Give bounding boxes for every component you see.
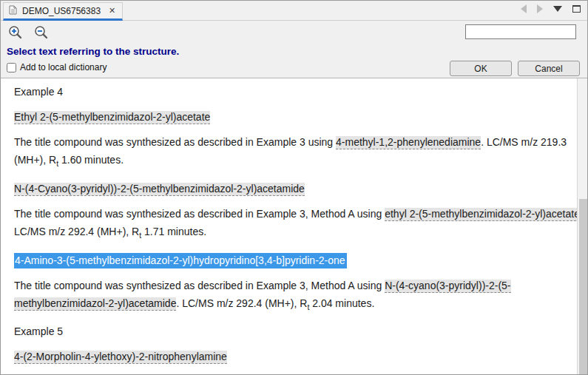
zoom-in-button[interactable] [7, 24, 24, 41]
prompt-text: Select text referring to the structure. [7, 46, 179, 57]
text-segment[interactable]: LC/MS m/z 292.4 (MH+), R [14, 226, 139, 237]
zoom-out-button[interactable] [33, 24, 50, 41]
entity-highlight[interactable]: ethyl 2-(5-methylbenzimidazol-2-yl)aceta… [385, 208, 577, 221]
add-to-dictionary-checkbox[interactable] [7, 63, 16, 72]
entity-highlight[interactable]: N-(4-cyano(3-pyridyl))-2-(5- [385, 280, 510, 293]
forward-arrow-icon[interactable] [537, 4, 543, 13]
text-segment[interactable]: The title compound was synthesized as de… [14, 280, 385, 291]
text-segment[interactable]: 1.60 minutes. [58, 154, 124, 166]
tab-title: DEMO_US6756383 [22, 6, 101, 16]
text-segment[interactable]: Example 5 [14, 325, 63, 337]
vertical-scrollbar[interactable] [577, 78, 588, 375]
selected-text[interactable]: 4-Amino-3-(5-methylbenzimidazol-2-yl)hyd… [14, 253, 347, 268]
entity-highlight[interactable]: Ethyl 2-(5-methylbenzimidazol-2-yl)aceta… [14, 111, 210, 124]
entity-highlight[interactable]: N-(4-Cyano(3-pyridyl))-2-(5-methylbenzim… [14, 183, 305, 196]
dictionary-option: Add to local dictionary [7, 62, 107, 72]
ok-button[interactable]: OK [450, 61, 512, 76]
entity-highlight[interactable]: 4-methyl-1,2-phenylenediamine [336, 136, 481, 149]
text-segment[interactable]: The title compound was synthesized as de… [14, 208, 385, 220]
controls-row: Add to local dictionary OK Cancel [1, 60, 587, 78]
document-paragraph[interactable]: Example 4 [14, 83, 572, 101]
document-paragraph[interactable]: The title compound was synthesized as de… [14, 277, 572, 316]
toolbar [1, 21, 587, 44]
document-paragraph[interactable]: Example 5 [14, 322, 572, 340]
back-arrow-icon[interactable] [521, 4, 527, 13]
tab-nav-controls [521, 4, 581, 13]
magnifier-minus-icon [34, 25, 49, 40]
add-to-dictionary-label[interactable]: Add to local dictionary [20, 62, 107, 72]
text-segment[interactable]: 1.71 minutes. [141, 226, 206, 237]
magnifier-plus-icon [8, 25, 23, 40]
chevron-down-icon[interactable] [553, 6, 562, 12]
document-paragraph[interactable]: Ethyl 2-(5-methylbenzimidazol-2-yl)aceta… [14, 108, 572, 126]
entity-highlight[interactable]: methylbenzimidazol-2-yl)acetamide [14, 297, 176, 311]
zoom-buttons [7, 24, 50, 41]
text-segment[interactable]: 2.04 minutes. [309, 297, 374, 309]
document-area: Example 4Ethyl 2-(5-methylbenzimidazol-2… [1, 78, 588, 375]
text-segment[interactable]: (MH+), R [14, 154, 56, 166]
restore-window-icon[interactable] [572, 5, 581, 13]
document-paragraph[interactable]: The title compound was synthesized as de… [14, 133, 572, 172]
document-paragraph[interactable]: 4-Amino-3-(5-methylbenzimidazol-2-yl)hyd… [14, 251, 572, 269]
cancel-button[interactable]: Cancel [518, 61, 580, 76]
annotation-window: DEMO_US6756383 ✕ [0, 0, 588, 375]
document-paragraph[interactable]: The title compound was synthesized as de… [14, 205, 572, 244]
text-segment[interactable]: Example 4 [14, 86, 63, 98]
document-body[interactable]: Example 4Ethyl 2-(5-methylbenzimidazol-2… [1, 78, 577, 375]
document-paragraph[interactable]: N-(4-Cyano(3-pyridyl))-2-(5-methylbenzim… [14, 180, 572, 197]
text-segment[interactable]: . LC/MS m/z 219.3 [481, 136, 567, 148]
scrollbar-thumb[interactable] [579, 199, 587, 375]
tab-bar: DEMO_US6756383 ✕ [1, 1, 587, 21]
document-icon [9, 4, 17, 18]
entity-highlight[interactable]: 4-(2-Morpholin-4-ylethoxy)-2-nitrophenyl… [14, 351, 227, 364]
text-segment[interactable]: . LC/MS m/z 292.4 (MH+), R [176, 297, 307, 309]
search-input[interactable] [465, 24, 576, 39]
document-paragraph[interactable]: 4-(2-Morpholin-4-ylethoxy)-2-nitrophenyl… [14, 348, 572, 365]
text-segment[interactable]: The title compound was synthesized as de… [14, 136, 336, 148]
tab-demo-document[interactable]: DEMO_US6756383 ✕ [3, 2, 123, 21]
tab-close-icon[interactable]: ✕ [109, 6, 115, 16]
